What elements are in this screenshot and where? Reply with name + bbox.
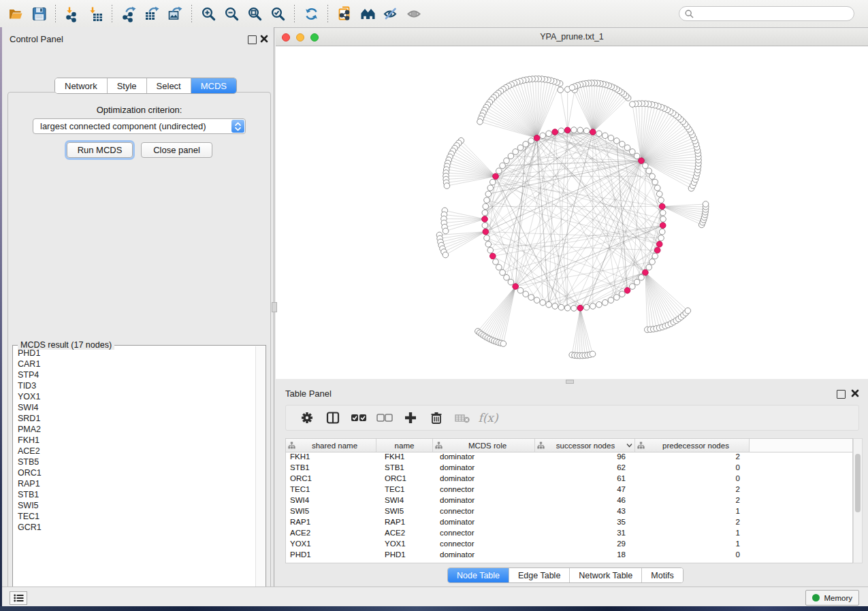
check-pair-button[interactable]	[346, 407, 372, 429]
close-panel-icon[interactable]	[260, 35, 268, 43]
column-header-name[interactable]: name	[376, 439, 433, 452]
cell-shared-name: PHD1	[286, 550, 376, 561]
table-row[interactable]: ORC1ORC1dominator610	[286, 474, 852, 485]
close-panel-button[interactable]: Close panel	[141, 142, 212, 158]
network-canvas[interactable]	[276, 46, 868, 379]
mcds-result-item[interactable]: STB1	[18, 489, 256, 500]
show-details-button[interactable]	[402, 3, 425, 24]
column-header-shared-name[interactable]: shared name	[286, 439, 376, 452]
table-row[interactable]: FKH1FKH1dominator962	[286, 452, 852, 463]
cell-successor-nodes: 35	[535, 518, 635, 529]
tab-motifs[interactable]: Motifs	[642, 568, 682, 582]
mcds-result-item[interactable]: GCR1	[18, 522, 256, 533]
cell-shared-name: YOX1	[286, 540, 376, 550]
tab-node-table[interactable]: Node Table	[448, 568, 509, 582]
zoom-fit-button[interactable]	[243, 3, 266, 24]
doc-share-button[interactable]	[333, 3, 356, 24]
float-table-panel-icon[interactable]	[837, 390, 846, 399]
table-row[interactable]: SWI4SWI4dominator462	[286, 496, 852, 507]
tab-network-table[interactable]: Network Table	[570, 568, 642, 582]
mcds-result-item[interactable]: SRD1	[18, 413, 256, 424]
import-table-button[interactable]	[84, 3, 107, 24]
zoom-in-button[interactable]	[197, 3, 220, 24]
toolbar-separator	[191, 5, 192, 22]
neighbors-button[interactable]	[356, 3, 379, 24]
vertical-splitter-handle[interactable]	[272, 302, 277, 312]
open-button[interactable]	[4, 3, 27, 24]
memory-button[interactable]: Memory	[805, 590, 859, 606]
table-row[interactable]: TEC1TEC1connector472	[286, 485, 852, 496]
table-row[interactable]: YOX1YOX1connector291	[286, 540, 852, 550]
table-delete-button[interactable]	[449, 407, 475, 429]
mcds-result-item[interactable]: SWI4	[18, 402, 256, 413]
mcds-result-list[interactable]: PHD1CAR1STP4TID3YOX1SWI4SRD1PMA2FKH1ACE2…	[14, 348, 256, 598]
mcds-result-item[interactable]: FKH1	[18, 435, 256, 446]
criterion-dropdown[interactable]: largest connected component (undirected)	[33, 118, 246, 134]
table-row[interactable]: RAP1RAP1dominator352	[286, 518, 852, 529]
refresh-icon	[303, 5, 320, 22]
table-scrollbar-thumb[interactable]	[855, 454, 861, 512]
export-image-button[interactable]	[163, 3, 187, 24]
column-type-icon	[435, 442, 443, 449]
leaf-nodes[interactable]	[436, 76, 709, 359]
mcds-result-item[interactable]: TEC1	[18, 511, 256, 522]
network-graph[interactable]	[276, 46, 868, 379]
column-header-MCDS-role[interactable]: MCDS role	[433, 439, 535, 452]
uncheck-pair-button[interactable]	[372, 407, 398, 429]
plus-button[interactable]	[398, 407, 423, 429]
mcds-result-item[interactable]: YOX1	[18, 391, 256, 402]
cell-successor-nodes: 43	[535, 507, 635, 518]
zoom-out-button[interactable]	[220, 3, 243, 24]
mcds-list-scrollbar[interactable]	[255, 346, 265, 598]
zoom-selected-button[interactable]	[266, 3, 289, 24]
search-input[interactable]	[697, 8, 848, 19]
float-panel-icon[interactable]	[248, 35, 257, 44]
trash-button[interactable]	[423, 407, 449, 429]
tab-select[interactable]: Select	[147, 78, 191, 93]
mcds-result-group: MCDS result (17 nodes) PHD1CAR1STP4TID3Y…	[12, 345, 266, 599]
import-network-button[interactable]	[61, 3, 84, 24]
mcds-result-item[interactable]: CAR1	[18, 359, 256, 369]
mcds-result-item[interactable]: PHD1	[18, 348, 256, 359]
tab-mcds[interactable]: MCDS	[191, 78, 236, 93]
refresh-button[interactable]	[300, 3, 323, 24]
table-row[interactable]: STB1STB1dominator620	[286, 463, 852, 474]
run-mcds-button[interactable]: Run MCDS	[67, 142, 133, 158]
close-table-panel-icon[interactable]	[851, 389, 859, 397]
table-row[interactable]: PHD1PHD1dominator180	[286, 550, 852, 561]
hide-details-button[interactable]	[379, 3, 402, 24]
mcds-result-item[interactable]: STP4	[18, 369, 256, 380]
zoom-selected-icon	[270, 5, 287, 22]
mcds-result-item[interactable]: ORC1	[18, 467, 256, 478]
save-button[interactable]	[27, 3, 50, 24]
mcds-result-item[interactable]: SWI5	[18, 500, 256, 511]
column-header-successor-nodes[interactable]: successor nodes	[535, 439, 635, 452]
table-row[interactable]: SWI5SWI5connector431	[286, 507, 852, 518]
mcds-result-item[interactable]: PMA2	[18, 424, 256, 435]
task-history-button[interactable]	[10, 591, 27, 605]
mcds-result-item[interactable]: RAP1	[18, 478, 256, 489]
mcds-tab-content: Optimization criterion: largest connecte…	[7, 92, 271, 604]
cell-shared-name: STB1	[286, 463, 376, 474]
search-box[interactable]	[679, 6, 854, 21]
gear-icon	[299, 410, 315, 426]
column-header-predecessor-nodes[interactable]: predecessor nodes	[635, 439, 750, 452]
cell-successor-nodes: 96	[535, 452, 635, 463]
node-table-header: shared namenameMCDS rolesuccessor nodesp…	[286, 439, 852, 452]
columns-button[interactable]	[320, 407, 346, 429]
horizontal-splitter-handle[interactable]	[566, 380, 574, 384]
table-scrollbar[interactable]	[853, 438, 863, 563]
tab-edge-table[interactable]: Edge Table	[509, 568, 570, 582]
mcds-result-item[interactable]: TID3	[18, 380, 256, 391]
export-network-button[interactable]	[117, 3, 140, 24]
mcds-result-item[interactable]: ACE2	[18, 446, 256, 457]
tab-style[interactable]: Style	[108, 78, 147, 93]
node-table-body: FKH1FKH1dominator962STB1STB1dominator620…	[286, 452, 852, 561]
table-row[interactable]: ACE2ACE2connector311	[286, 529, 852, 540]
export-table-button[interactable]	[140, 3, 163, 24]
mcds-result-item[interactable]: STB5	[18, 457, 256, 467]
tab-network[interactable]: Network	[55, 78, 108, 93]
plus-icon	[402, 410, 419, 426]
network-window-titlebar[interactable]: YPA_prune.txt_1	[276, 29, 868, 46]
gear-button[interactable]	[294, 407, 320, 429]
